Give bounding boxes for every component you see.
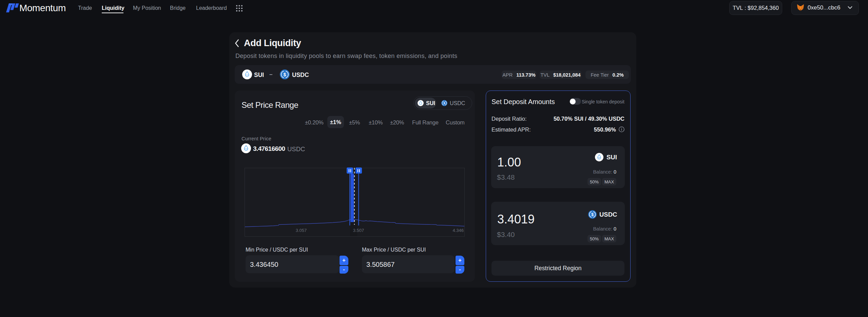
svg-text:$: $ — [591, 212, 594, 217]
svg-text:3.507: 3.507 — [353, 228, 364, 233]
svg-text:4.346: 4.346 — [452, 228, 464, 233]
svg-text:$: $ — [444, 101, 445, 105]
svg-text:3.057: 3.057 — [296, 228, 307, 233]
svg-text:$: $ — [284, 72, 286, 77]
